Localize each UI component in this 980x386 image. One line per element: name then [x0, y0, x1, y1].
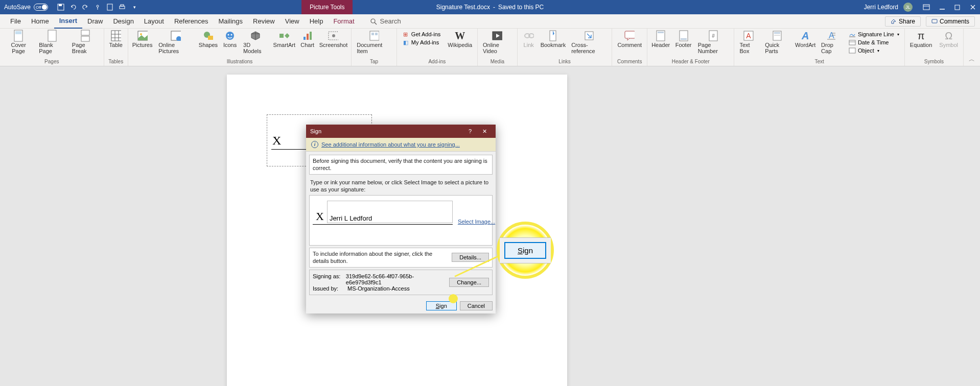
comment-button[interactable]: Comment — [614, 30, 645, 49]
quickparts-button[interactable]: Quick Parts — [762, 30, 792, 55]
tab-review[interactable]: Review — [248, 14, 280, 29]
print-icon[interactable] — [119, 4, 126, 11]
my-addins-button[interactable]: ◧My Add-ins — [402, 39, 440, 46]
document-item-button[interactable]: Document Item — [354, 30, 394, 55]
search-label: Search — [380, 17, 401, 25]
tab-file[interactable]: File — [5, 14, 26, 29]
share-button[interactable]: Share — [885, 16, 921, 27]
tab-strip: File Home Insert Draw Design Layout Refe… — [0, 14, 980, 29]
context-tab-picture-tools[interactable]: Picture Tools — [301, 0, 353, 14]
details-text: To include information about the signer,… — [313, 250, 448, 265]
equation-button[interactable]: πEquation — [907, 30, 935, 49]
signature-name-input[interactable]: Jerri L Ledford — [327, 201, 453, 223]
svg-rect-54 — [681, 38, 687, 40]
autosave-toggle[interactable]: AutoSave Off — [4, 4, 48, 11]
tab-insert[interactable]: Insert — [54, 14, 82, 29]
header-button[interactable]: Header — [649, 30, 672, 49]
tab-mailings[interactable]: Mailings — [213, 14, 248, 29]
group-addins: ⊞Get Add-ins ◧My Add-ins WWikipedia Add-… — [397, 29, 478, 66]
details-button[interactable]: Details... — [452, 253, 489, 262]
tab-draw[interactable]: Draw — [82, 14, 108, 29]
table-button[interactable]: Table — [106, 30, 126, 49]
svg-rect-61 — [774, 35, 780, 36]
svg-rect-9 — [955, 5, 960, 10]
svg-point-2 — [97, 5, 99, 7]
user-avatar[interactable]: JL — [903, 3, 913, 12]
textbox-button[interactable]: AText Box — [736, 30, 761, 55]
doc-name: Signature Test.docx — [436, 4, 490, 11]
new-doc-icon[interactable] — [106, 4, 113, 11]
get-addins-button[interactable]: ⊞Get Add-ins — [402, 31, 440, 38]
blank-page-button[interactable]: Blank Page — [36, 30, 68, 55]
page-break-button[interactable]: Page Break — [69, 30, 102, 55]
3d-models-button[interactable]: 3D Models — [240, 30, 270, 55]
tab-format[interactable]: Format — [328, 14, 359, 29]
svg-rect-6 — [923, 5, 929, 10]
redo-icon[interactable] — [82, 4, 89, 11]
tab-view[interactable]: View — [280, 14, 305, 29]
change-button[interactable]: Change... — [449, 278, 489, 287]
online-video-button[interactable]: Online Video — [480, 30, 515, 55]
bookmark-button[interactable]: Bookmark — [539, 30, 567, 49]
svg-rect-39 — [310, 32, 312, 40]
cancel-button[interactable]: Cancel — [460, 301, 493, 310]
document-item-icon — [369, 31, 379, 41]
svg-rect-43 — [371, 33, 374, 35]
toggle-switch[interactable]: Off — [34, 4, 48, 11]
wordart-button[interactable]: AWordArt — [794, 30, 817, 49]
wikipedia-button[interactable]: WWikipedia — [445, 30, 475, 49]
tab-help[interactable]: Help — [305, 14, 329, 29]
ribbon-display-icon[interactable] — [923, 4, 930, 10]
user-name[interactable]: Jerri Ledford — [864, 4, 898, 11]
tab-home[interactable]: Home — [26, 14, 54, 29]
pagenumber-button[interactable]: #Page Number — [695, 30, 732, 55]
undo-icon[interactable] — [69, 4, 77, 11]
link-button: Link — [520, 30, 538, 49]
svg-rect-17 — [48, 30, 56, 41]
select-image-link[interactable]: Select Image... — [458, 219, 495, 225]
group-illustrations-label: Illustrations — [130, 59, 349, 65]
tab-design[interactable]: Design — [108, 14, 138, 29]
shapes-button[interactable]: Shapes — [197, 30, 220, 49]
header-icon — [656, 31, 666, 41]
dialog-titlebar[interactable]: Sign ? ✕ — [306, 125, 496, 138]
crossref-label: Cross-reference — [571, 42, 606, 54]
pictures-button[interactable]: Pictures — [130, 30, 154, 49]
info-link[interactable]: See additional information about what yo… — [321, 141, 460, 148]
cover-page-button[interactable]: Cover Page — [2, 30, 35, 55]
collapse-ribbon-button[interactable]: ︿ — [964, 53, 980, 66]
group-pages-label: Pages — [2, 59, 102, 65]
title-left: AutoSave Off ▾ — [0, 4, 138, 11]
online-pictures-button[interactable]: Online Pictures — [155, 30, 196, 55]
dialog-help-button[interactable]: ? — [463, 128, 477, 134]
dropcap-button[interactable]: ADrop Cap — [818, 30, 845, 55]
comments-button[interactable]: Comments — [926, 16, 975, 27]
date-time-button[interactable]: Date & Time — [849, 39, 899, 46]
group-media: Online Video Media — [478, 29, 518, 66]
tab-references[interactable]: References — [169, 14, 213, 29]
save-icon[interactable] — [57, 4, 64, 11]
crossref-button[interactable]: Cross-reference — [568, 30, 610, 55]
footer-button[interactable]: Footer — [673, 30, 693, 49]
customize-qat-icon[interactable]: ▾ — [131, 4, 138, 11]
svg-rect-19 — [81, 36, 89, 41]
chart-button[interactable]: Chart — [298, 30, 317, 49]
search-box[interactable]: Search — [370, 17, 401, 25]
minimize-icon[interactable] — [939, 4, 945, 10]
tab-layout[interactable]: Layout — [139, 14, 169, 29]
close-icon[interactable] — [970, 4, 976, 10]
signature-line-button[interactable]: Signature Line▾ — [849, 31, 899, 38]
smartart-button[interactable]: SmartArt — [271, 30, 297, 49]
maximize-icon[interactable] — [954, 4, 961, 10]
touch-mode-icon[interactable] — [94, 4, 101, 11]
signature-text-area[interactable] — [313, 228, 489, 245]
icons-button[interactable]: Icons — [221, 30, 239, 49]
object-button[interactable]: Object▾ — [849, 47, 899, 54]
comment-label: Comment — [617, 42, 642, 48]
certificate-info: Signing as: 319d9e62-5c66-4f07-965b-e6e9… — [313, 273, 444, 292]
wordart-icon: A — [800, 31, 810, 41]
screenshot-button[interactable]: Screenshot — [318, 30, 349, 49]
dialog-close-button[interactable]: ✕ — [477, 128, 492, 135]
cover-page-label: Cover Page — [5, 42, 32, 54]
group-illustrations: Pictures Online Pictures Shapes Icons 3D… — [128, 29, 352, 66]
